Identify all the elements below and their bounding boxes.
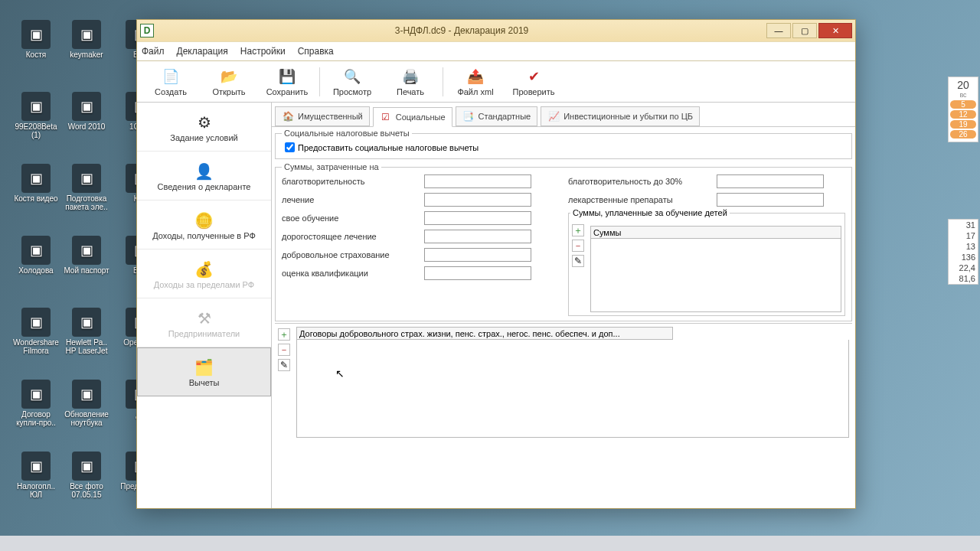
sums-group-title: Суммы, затраченные на <box>282 162 381 171</box>
sidebar-item-declarant[interactable]: 👤Сведения о декларанте <box>137 152 271 201</box>
edit-child-row-button[interactable]: ✎ <box>572 255 584 267</box>
taskbar[interactable] <box>0 536 980 551</box>
input-charity[interactable] <box>424 174 531 188</box>
remove-child-row-button[interactable]: － <box>572 240 584 252</box>
close-button[interactable]: ✕ <box>818 23 852 38</box>
briefcase-icon: ⚒︎ <box>193 308 216 329</box>
children-education-group: Суммы, уплаченные за обучение детей ＋ － … <box>568 213 845 316</box>
sidebar: ⚙︎Задание условий 👤Сведения о декларанте… <box>137 103 272 508</box>
house-icon: 🏠 <box>282 110 294 122</box>
sidebar-item-entrepreneurs: ⚒︎Предприниматели <box>137 298 271 347</box>
app-icon: D <box>140 24 154 37</box>
remove-contract-button[interactable]: － <box>278 344 290 356</box>
label-treatment: лечение <box>282 195 420 204</box>
desktop-icon[interactable]: ▣Подготовка пакета эле.. <box>61 164 112 211</box>
xml-button[interactable]: 📤Файл xml <box>448 63 503 101</box>
menu-help[interactable]: Справка <box>298 46 334 57</box>
file-icon: ▣ <box>72 164 101 193</box>
children-list-header: Суммы <box>590 226 841 239</box>
input-education[interactable] <box>424 211 531 225</box>
check-icon: ✔ <box>524 67 543 86</box>
tab-social[interactable]: ☑Социальные <box>373 107 452 127</box>
contracts-list[interactable] <box>296 340 849 438</box>
preview-icon: 🔍 <box>343 67 361 86</box>
minimize-button[interactable]: — <box>766 23 791 38</box>
tab-property[interactable]: 🏠Имущественный <box>275 106 370 126</box>
menu-file[interactable]: Файл <box>142 46 165 57</box>
social-group-title: Социальные налоговые вычеты <box>282 129 412 138</box>
input-charity30[interactable] <box>717 174 824 188</box>
sidebar-item-deductions[interactable]: 🗂️Вычеты <box>137 347 271 396</box>
save-button[interactable]: 💾Сохранить <box>260 63 315 101</box>
desktop-icon-label: Все фото 07.05.15 <box>61 482 112 499</box>
file-icon: ▣ <box>21 380 51 409</box>
input-exp-treatment[interactable] <box>424 230 531 243</box>
file-icon: ▣ <box>21 452 51 481</box>
print-icon: 🖨️ <box>401 67 420 86</box>
deduction-tabs: 🏠Имущественный ☑Социальные 📑Стандартные … <box>272 103 855 127</box>
file-icon: ▣ <box>21 308 51 337</box>
desktop-icon[interactable]: ▣Word 2010 <box>61 92 112 131</box>
input-treatment[interactable] <box>424 193 531 207</box>
input-medicines[interactable] <box>717 193 824 207</box>
create-button[interactable]: 📄Создать <box>143 63 198 101</box>
menu-declaration[interactable]: Декларация <box>177 46 228 57</box>
tab-invest[interactable]: 📈Инвестиционные и убытки по ЦБ <box>541 106 700 126</box>
provide-social-label: Предоставить социальные налоговые вычеты <box>298 143 479 152</box>
window-title: 3-НДФЛ.dc9 - Декларация 2019 <box>158 25 765 36</box>
save-icon: 💾 <box>278 67 296 86</box>
add-contract-button[interactable]: ＋ <box>278 328 290 341</box>
desktop-icon[interactable]: ▣Холодова <box>11 236 61 275</box>
social-group: Социальные налоговые вычеты Предоставить… <box>275 129 852 159</box>
tab-standard[interactable]: 📑Стандартные <box>456 106 538 126</box>
menu-settings[interactable]: Настройки <box>240 46 286 57</box>
file-icon: ▣ <box>72 452 101 481</box>
desktop-icon-label: Мой паспорт <box>61 266 112 275</box>
desktop-icon-label: Обновление ноутбука <box>61 410 112 427</box>
file-icon: ▣ <box>72 380 101 409</box>
desktop-icon-label: keymaker <box>61 51 112 59</box>
file-icon: ▣ <box>21 20 51 49</box>
desktop-icon[interactable]: ▣Костя видео <box>11 164 61 203</box>
maximize-button[interactable]: ▢ <box>792 23 817 38</box>
file-icon: ▣ <box>21 92 51 121</box>
label-insurance: добровольное страхование <box>282 250 420 259</box>
input-qualification[interactable] <box>424 266 531 280</box>
sidebar-item-income-foreign: 💰Доходы за пределами РФ <box>137 249 271 298</box>
desktop-icon[interactable]: ▣Договор купли-про.. <box>11 380 61 427</box>
sums-group: Суммы, затраченные на благотворительност… <box>275 162 852 321</box>
desktop-icon-label: Костя <box>11 51 61 59</box>
file-icon: ▣ <box>21 164 51 193</box>
desktop-icon-label: Костя видео <box>11 194 61 203</box>
preview-button[interactable]: 🔍Просмотр <box>325 63 380 101</box>
open-button[interactable]: 📂Открыть <box>201 63 256 101</box>
children-education-title: Суммы, уплаченные за обучение детей <box>570 208 730 217</box>
contracts-group: ＋ － ✎ Договоры добровольного страх. жизн… <box>275 323 852 505</box>
desktop-icon[interactable]: ▣Налогопл.. ЮЛ <box>11 452 61 499</box>
desktop-icon-label: Подготовка пакета эле.. <box>61 194 112 211</box>
file-icon: ▣ <box>21 236 51 265</box>
desktop-icon[interactable]: ▣Обновление ноутбука <box>61 380 112 427</box>
desktop-icon[interactable]: ▣Hewlett Pa.. HP LaserJet <box>61 308 112 355</box>
titlebar[interactable]: D 3-НДФЛ.dc9 - Декларация 2019 — ▢ ✕ <box>137 20 855 41</box>
sidebar-item-conditions[interactable]: ⚙︎Задание условий <box>137 103 271 152</box>
label-exp-treatment: дорогостоящее лечение <box>282 232 420 241</box>
edit-contract-button[interactable]: ✎ <box>278 359 290 371</box>
label-qualification: оценка квалификации <box>282 269 420 278</box>
desktop-icon[interactable]: ▣Костя <box>11 20 61 59</box>
desktop-icon[interactable]: ▣Wondershare Filmora <box>11 308 61 355</box>
desktop-icon[interactable]: ▣keymaker <box>61 20 112 59</box>
add-child-row-button[interactable]: ＋ <box>572 224 584 236</box>
check-button[interactable]: ✔Проверить <box>506 63 561 101</box>
print-button[interactable]: 🖨️Печать <box>383 63 438 101</box>
desktop-icon[interactable]: ▣Мой паспорт <box>61 236 112 275</box>
document-icon: 📑 <box>462 110 475 122</box>
label-education: свое обучение <box>282 214 420 223</box>
desktop-icon[interactable]: ▣Все фото 07.05.15 <box>61 452 112 499</box>
children-list[interactable] <box>590 239 841 312</box>
desktop-icon[interactable]: ▣99E208Beta (1) <box>11 92 61 139</box>
provide-social-checkbox[interactable] <box>285 142 295 152</box>
xml-icon: 📤 <box>466 67 485 86</box>
sidebar-item-income-rf[interactable]: 🪙Доходы, полученные в РФ <box>137 201 271 249</box>
input-insurance[interactable] <box>424 248 531 262</box>
